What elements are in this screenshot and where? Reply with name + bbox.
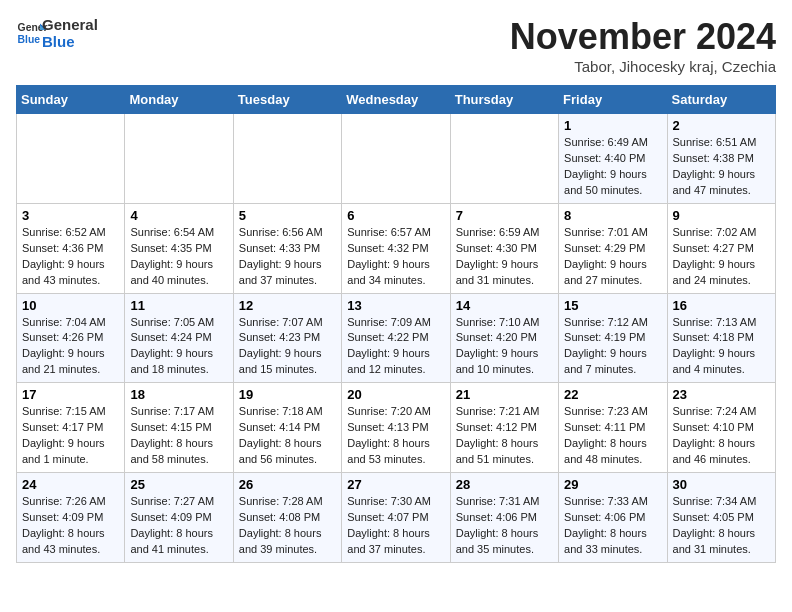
- cell-week2-day2: 5Sunrise: 6:56 AM Sunset: 4:33 PM Daylig…: [233, 203, 341, 293]
- cell-week1-day3: [342, 114, 450, 204]
- header-monday: Monday: [125, 86, 233, 114]
- title-area: November 2024 Tabor, Jihocesky kraj, Cze…: [510, 16, 776, 75]
- cell-week3-day4: 14Sunrise: 7:10 AM Sunset: 4:20 PM Dayli…: [450, 293, 558, 383]
- cell-week3-day1: 11Sunrise: 7:05 AM Sunset: 4:24 PM Dayli…: [125, 293, 233, 383]
- day-info: Sunrise: 7:01 AM Sunset: 4:29 PM Dayligh…: [564, 225, 661, 289]
- day-info: Sunrise: 7:20 AM Sunset: 4:13 PM Dayligh…: [347, 404, 444, 468]
- cell-week2-day6: 9Sunrise: 7:02 AM Sunset: 4:27 PM Daylig…: [667, 203, 775, 293]
- week-row-4: 17Sunrise: 7:15 AM Sunset: 4:17 PM Dayli…: [17, 383, 776, 473]
- cell-week4-day3: 20Sunrise: 7:20 AM Sunset: 4:13 PM Dayli…: [342, 383, 450, 473]
- day-number: 4: [130, 208, 227, 223]
- day-number: 9: [673, 208, 770, 223]
- day-info: Sunrise: 6:51 AM Sunset: 4:38 PM Dayligh…: [673, 135, 770, 199]
- location: Tabor, Jihocesky kraj, Czechia: [510, 58, 776, 75]
- cell-week5-day4: 28Sunrise: 7:31 AM Sunset: 4:06 PM Dayli…: [450, 473, 558, 563]
- day-info: Sunrise: 7:31 AM Sunset: 4:06 PM Dayligh…: [456, 494, 553, 558]
- day-number: 30: [673, 477, 770, 492]
- calendar-table: SundayMondayTuesdayWednesdayThursdayFrid…: [16, 85, 776, 563]
- day-info: Sunrise: 7:02 AM Sunset: 4:27 PM Dayligh…: [673, 225, 770, 289]
- cell-week5-day0: 24Sunrise: 7:26 AM Sunset: 4:09 PM Dayli…: [17, 473, 125, 563]
- day-info: Sunrise: 7:12 AM Sunset: 4:19 PM Dayligh…: [564, 315, 661, 379]
- cell-week5-day2: 26Sunrise: 7:28 AM Sunset: 4:08 PM Dayli…: [233, 473, 341, 563]
- logo: General Blue General Blue: [16, 16, 98, 50]
- day-info: Sunrise: 6:49 AM Sunset: 4:40 PM Dayligh…: [564, 135, 661, 199]
- day-number: 12: [239, 298, 336, 313]
- day-info: Sunrise: 6:54 AM Sunset: 4:35 PM Dayligh…: [130, 225, 227, 289]
- cell-week1-day6: 2Sunrise: 6:51 AM Sunset: 4:38 PM Daylig…: [667, 114, 775, 204]
- day-info: Sunrise: 7:17 AM Sunset: 4:15 PM Dayligh…: [130, 404, 227, 468]
- day-number: 10: [22, 298, 119, 313]
- calendar-header-row: SundayMondayTuesdayWednesdayThursdayFrid…: [17, 86, 776, 114]
- day-number: 18: [130, 387, 227, 402]
- day-info: Sunrise: 7:15 AM Sunset: 4:17 PM Dayligh…: [22, 404, 119, 468]
- week-row-5: 24Sunrise: 7:26 AM Sunset: 4:09 PM Dayli…: [17, 473, 776, 563]
- day-info: Sunrise: 7:09 AM Sunset: 4:22 PM Dayligh…: [347, 315, 444, 379]
- cell-week1-day4: [450, 114, 558, 204]
- cell-week2-day4: 7Sunrise: 6:59 AM Sunset: 4:30 PM Daylig…: [450, 203, 558, 293]
- month-title: November 2024: [510, 16, 776, 58]
- cell-week4-day0: 17Sunrise: 7:15 AM Sunset: 4:17 PM Dayli…: [17, 383, 125, 473]
- header-tuesday: Tuesday: [233, 86, 341, 114]
- day-info: Sunrise: 7:30 AM Sunset: 4:07 PM Dayligh…: [347, 494, 444, 558]
- header-saturday: Saturday: [667, 86, 775, 114]
- day-info: Sunrise: 7:10 AM Sunset: 4:20 PM Dayligh…: [456, 315, 553, 379]
- cell-week3-day2: 12Sunrise: 7:07 AM Sunset: 4:23 PM Dayli…: [233, 293, 341, 383]
- cell-week4-day2: 19Sunrise: 7:18 AM Sunset: 4:14 PM Dayli…: [233, 383, 341, 473]
- cell-week4-day6: 23Sunrise: 7:24 AM Sunset: 4:10 PM Dayli…: [667, 383, 775, 473]
- cell-week3-day5: 15Sunrise: 7:12 AM Sunset: 4:19 PM Dayli…: [559, 293, 667, 383]
- header: General Blue General Blue November 2024 …: [16, 16, 776, 75]
- day-number: 23: [673, 387, 770, 402]
- day-number: 3: [22, 208, 119, 223]
- day-info: Sunrise: 6:52 AM Sunset: 4:36 PM Dayligh…: [22, 225, 119, 289]
- cell-week1-day0: [17, 114, 125, 204]
- day-number: 2: [673, 118, 770, 133]
- day-info: Sunrise: 7:13 AM Sunset: 4:18 PM Dayligh…: [673, 315, 770, 379]
- day-number: 15: [564, 298, 661, 313]
- day-info: Sunrise: 6:57 AM Sunset: 4:32 PM Dayligh…: [347, 225, 444, 289]
- day-number: 28: [456, 477, 553, 492]
- cell-week1-day5: 1Sunrise: 6:49 AM Sunset: 4:40 PM Daylig…: [559, 114, 667, 204]
- week-row-1: 1Sunrise: 6:49 AM Sunset: 4:40 PM Daylig…: [17, 114, 776, 204]
- cell-week5-day6: 30Sunrise: 7:34 AM Sunset: 4:05 PM Dayli…: [667, 473, 775, 563]
- cell-week2-day3: 6Sunrise: 6:57 AM Sunset: 4:32 PM Daylig…: [342, 203, 450, 293]
- week-row-3: 10Sunrise: 7:04 AM Sunset: 4:26 PM Dayli…: [17, 293, 776, 383]
- day-number: 6: [347, 208, 444, 223]
- day-info: Sunrise: 7:23 AM Sunset: 4:11 PM Dayligh…: [564, 404, 661, 468]
- day-info: Sunrise: 6:59 AM Sunset: 4:30 PM Dayligh…: [456, 225, 553, 289]
- cell-week2-day1: 4Sunrise: 6:54 AM Sunset: 4:35 PM Daylig…: [125, 203, 233, 293]
- day-info: Sunrise: 7:05 AM Sunset: 4:24 PM Dayligh…: [130, 315, 227, 379]
- day-number: 25: [130, 477, 227, 492]
- logo-general: General: [42, 16, 98, 33]
- day-number: 14: [456, 298, 553, 313]
- day-number: 26: [239, 477, 336, 492]
- day-info: Sunrise: 7:34 AM Sunset: 4:05 PM Dayligh…: [673, 494, 770, 558]
- svg-text:Blue: Blue: [18, 34, 41, 45]
- cell-week4-day4: 21Sunrise: 7:21 AM Sunset: 4:12 PM Dayli…: [450, 383, 558, 473]
- week-row-2: 3Sunrise: 6:52 AM Sunset: 4:36 PM Daylig…: [17, 203, 776, 293]
- day-number: 8: [564, 208, 661, 223]
- cell-week2-day0: 3Sunrise: 6:52 AM Sunset: 4:36 PM Daylig…: [17, 203, 125, 293]
- header-friday: Friday: [559, 86, 667, 114]
- cell-week2-day5: 8Sunrise: 7:01 AM Sunset: 4:29 PM Daylig…: [559, 203, 667, 293]
- day-info: Sunrise: 7:26 AM Sunset: 4:09 PM Dayligh…: [22, 494, 119, 558]
- cell-week3-day6: 16Sunrise: 7:13 AM Sunset: 4:18 PM Dayli…: [667, 293, 775, 383]
- day-number: 29: [564, 477, 661, 492]
- cell-week4-day1: 18Sunrise: 7:17 AM Sunset: 4:15 PM Dayli…: [125, 383, 233, 473]
- cell-week4-day5: 22Sunrise: 7:23 AM Sunset: 4:11 PM Dayli…: [559, 383, 667, 473]
- day-number: 11: [130, 298, 227, 313]
- day-number: 13: [347, 298, 444, 313]
- cell-week5-day5: 29Sunrise: 7:33 AM Sunset: 4:06 PM Dayli…: [559, 473, 667, 563]
- day-info: Sunrise: 7:28 AM Sunset: 4:08 PM Dayligh…: [239, 494, 336, 558]
- day-info: Sunrise: 7:27 AM Sunset: 4:09 PM Dayligh…: [130, 494, 227, 558]
- cell-week5-day3: 27Sunrise: 7:30 AM Sunset: 4:07 PM Dayli…: [342, 473, 450, 563]
- cell-week3-day0: 10Sunrise: 7:04 AM Sunset: 4:26 PM Dayli…: [17, 293, 125, 383]
- day-number: 17: [22, 387, 119, 402]
- day-info: Sunrise: 7:24 AM Sunset: 4:10 PM Dayligh…: [673, 404, 770, 468]
- logo-blue: Blue: [42, 33, 98, 50]
- cell-week1-day2: [233, 114, 341, 204]
- day-number: 24: [22, 477, 119, 492]
- day-number: 5: [239, 208, 336, 223]
- day-number: 27: [347, 477, 444, 492]
- cell-week3-day3: 13Sunrise: 7:09 AM Sunset: 4:22 PM Dayli…: [342, 293, 450, 383]
- day-number: 1: [564, 118, 661, 133]
